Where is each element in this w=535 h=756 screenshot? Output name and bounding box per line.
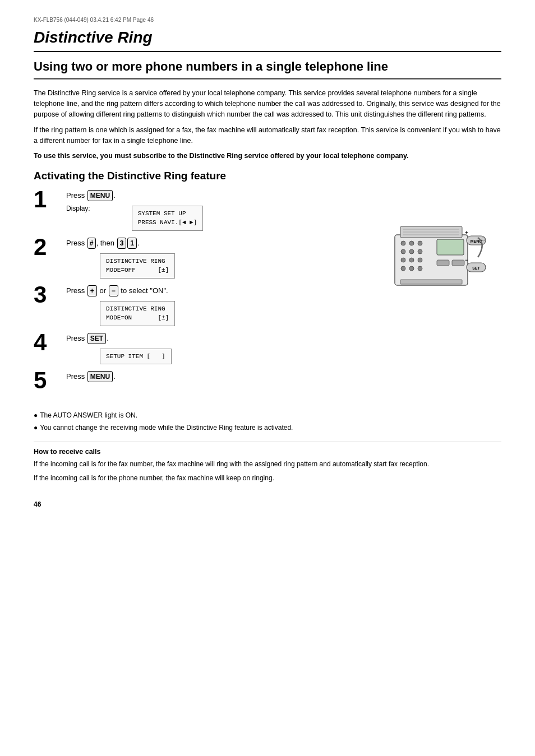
key-1: 1: [127, 238, 137, 249]
set-key-4: SET: [87, 333, 106, 344]
body-paragraph-1: The Distinctive Ring service is a servic…: [34, 88, 501, 120]
svg-point-9: [401, 249, 405, 254]
step-content-3: Press + or − to select "ON". DISTINCTIVE…: [66, 285, 367, 326]
svg-point-16: [409, 266, 414, 271]
main-layout: 1 Press MENU. Display: SYSTEM SET UPPRES…: [34, 190, 501, 400]
body-paragraph-2: If the ring pattern is one which is assi…: [34, 125, 501, 147]
plus-key: +: [87, 285, 97, 296]
svg-point-12: [401, 258, 405, 262]
minus-key: −: [109, 285, 118, 296]
step-display-row-1: Display: SYSTEM SET UPPRESS NAVI.[◄ ►]: [66, 205, 367, 231]
activating-heading: Activating the Distinctive Ring feature: [34, 170, 501, 182]
svg-point-10: [409, 249, 414, 254]
menu-key-5: MENU: [87, 371, 113, 382]
step-content-2: Press #, then 31. DISTINCTIVE RINGMODE=O…: [66, 238, 367, 279]
body-bold-note: To use this service, you must subscribe …: [34, 151, 501, 161]
svg-text:−: −: [465, 257, 468, 263]
step-content-1: Press MENU. Display: SYSTEM SET UPPRESS …: [66, 190, 367, 231]
title-divider: [34, 51, 501, 52]
menu-key-1: MENU: [87, 190, 113, 201]
section-heading: Using two or more phone numbers in a sin…: [34, 59, 501, 80]
page-number: 46: [34, 500, 501, 508]
note-item-1: The AUTO ANSWER light is ON.: [34, 410, 501, 420]
how-to-title: How to receive calls: [34, 448, 501, 456]
hash-key: #: [87, 238, 96, 249]
notes-section: The AUTO ANSWER light is ON. You cannot …: [34, 410, 501, 433]
step-5: 5 Press MENU.: [34, 371, 367, 392]
step-display-2: DISTINCTIVE RINGMODE=OFF [±]: [100, 253, 175, 279]
step-number-1: 1: [34, 188, 62, 211]
svg-point-7: [409, 241, 414, 245]
step-number-2: 2: [34, 235, 62, 259]
step-number-5: 5: [34, 369, 62, 392]
svg-rect-18: [437, 260, 449, 266]
step-instruction-4: Press SET.: [66, 333, 367, 344]
svg-text:+: +: [465, 230, 468, 235]
steps-column: 1 Press MENU. Display: SYSTEM SET UPPRES…: [34, 190, 367, 400]
svg-rect-20: [400, 280, 462, 284]
note-item-2: You cannot change the receiving mode whi…: [34, 423, 501, 433]
how-to-para-1: If the incoming call is for the fax numb…: [34, 459, 501, 470]
svg-point-13: [409, 258, 414, 262]
svg-point-17: [418, 266, 422, 271]
page-title: Distinctive Ring: [34, 29, 501, 47]
svg-text:SET: SET: [472, 266, 480, 270]
step-display-1: SYSTEM SET UPPRESS NAVI.[◄ ►]: [132, 206, 204, 231]
svg-point-14: [418, 258, 422, 262]
step-instruction-3: Press + or − to select "ON".: [66, 285, 367, 296]
fax-machine-illustration: MENU + SET −: [384, 201, 496, 313]
step-display-3: DISTINCTIVE RINGMODE=ON [±]: [100, 301, 175, 326]
svg-point-8: [418, 241, 422, 245]
step-number-3: 3: [34, 283, 62, 307]
step-4: 4 Press SET. SETUP ITEM [ ]: [34, 333, 367, 365]
device-column: MENU + SET −: [378, 190, 501, 400]
svg-point-11: [418, 249, 422, 254]
step-3: 3 Press + or − to select "ON". DISTINCTI…: [34, 285, 367, 326]
step-1: 1 Press MENU. Display: SYSTEM SET UPPRES…: [34, 190, 367, 231]
svg-point-6: [401, 241, 405, 245]
step-display-4: SETUP ITEM [ ]: [100, 349, 172, 365]
svg-rect-5: [437, 239, 464, 255]
svg-rect-19: [452, 260, 464, 266]
step-number-4: 4: [34, 331, 62, 354]
step-content-4: Press SET. SETUP ITEM [ ]: [66, 333, 367, 365]
how-to-para-2: If the incoming call is for the phone nu…: [34, 473, 501, 484]
display-label-1: Display:: [66, 205, 90, 212]
step-instruction-1: Press MENU.: [66, 190, 367, 201]
how-to-section: How to receive calls If the incoming cal…: [34, 442, 501, 483]
step-instruction-2: Press #, then 31.: [66, 238, 367, 249]
step-content-5: Press MENU.: [66, 371, 367, 386]
step-instruction-5: Press MENU.: [66, 371, 367, 382]
step-2: 2 Press #, then 31. DISTINCTIVE RINGMODE…: [34, 238, 367, 279]
key-3: 3: [117, 238, 127, 249]
svg-point-15: [401, 266, 405, 271]
file-info: KX-FLB756 (044-049) 03.4.21 6:42 PM Page…: [34, 17, 501, 23]
